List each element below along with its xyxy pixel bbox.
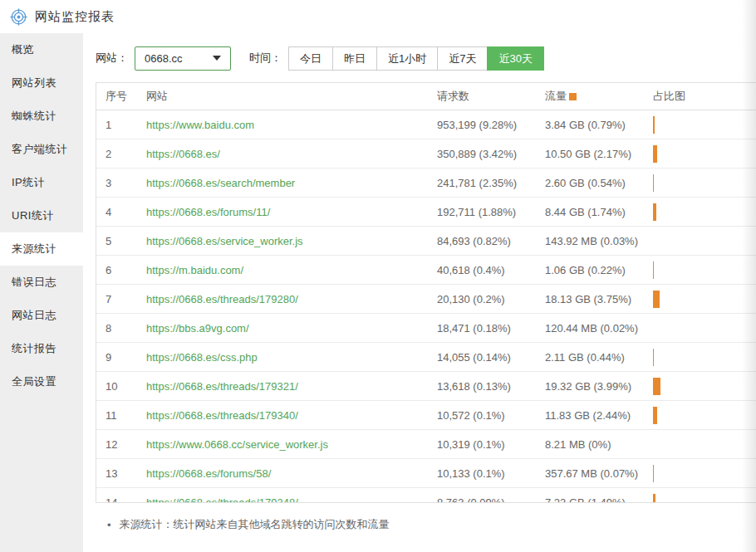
- table-row: 9 https://0668.es/css.php 14,055 (0.14%)…: [96, 343, 756, 372]
- referrer-url-link[interactable]: https://0668.es/forums/11/: [146, 206, 270, 218]
- requests-value: 350,889 (3.42%): [437, 148, 545, 160]
- table-row: 7 https://0668.es/threads/179280/ 20,130…: [96, 285, 756, 314]
- sidebar-item-0[interactable]: 概览: [0, 33, 83, 66]
- ratio-chart-cell: [653, 349, 756, 366]
- ratio-chart-cell: [653, 494, 756, 504]
- table-row: 10 https://0668.es/threads/179321/ 13,61…: [96, 372, 756, 401]
- sidebar-item-4[interactable]: IP统计: [0, 166, 83, 199]
- sidebar-item-10[interactable]: 全局设置: [0, 365, 83, 398]
- ratio-chart-cell: [653, 261, 756, 279]
- referrer-url-link[interactable]: https://0668.es/forums/58/: [146, 467, 271, 480]
- sidebar-item-2[interactable]: 蜘蛛统计: [0, 100, 83, 133]
- row-index: 13: [96, 467, 146, 480]
- sort-indicator-icon: [569, 93, 577, 100]
- referrer-url-link[interactable]: https://0668.es/css.php: [146, 351, 258, 364]
- referrer-url-link[interactable]: https://0668.es/search/member: [146, 177, 295, 189]
- referrer-url-link[interactable]: https://bbs.a9vg.com/: [146, 322, 249, 335]
- column-header-site: 网站: [146, 89, 437, 104]
- column-header-index: 序号: [96, 89, 146, 104]
- column-header-requests[interactable]: 请求数: [437, 89, 545, 104]
- table-row: 8 https://bbs.a9vg.com/ 18,471 (0.18%) 1…: [96, 314, 756, 343]
- sidebar-item-1[interactable]: 网站列表: [0, 66, 83, 100]
- traffic-value: 1.06 GB (0.22%): [545, 264, 653, 276]
- referrer-url-link[interactable]: https://www.baidu.com: [146, 119, 254, 131]
- table-row: 11 https://0668.es/threads/179340/ 10,57…: [96, 401, 756, 430]
- traffic-value: 3.84 GB (0.79%): [545, 119, 653, 131]
- page: 网站监控报表 概览 网站列表 蜘蛛统计 客户端统计 IP统计 URI统计 来源统…: [0, 0, 756, 552]
- referrer-url-link[interactable]: https://0668.es/service_worker.js: [146, 235, 303, 247]
- sidebar-item-5[interactable]: URI统计: [0, 199, 83, 232]
- filter-bar: 网站： 0668.cc 时间： 今日 昨日 近1小时 近7天: [96, 46, 756, 71]
- traffic-value: 8.44 GB (1.74%): [545, 206, 653, 218]
- requests-value: 13,618 (0.13%): [437, 380, 545, 393]
- traffic-value: 8.21 MB (0%): [545, 438, 653, 451]
- traffic-value: 2.11 GB (0.44%): [545, 351, 653, 364]
- ratio-chart-cell: [653, 203, 756, 221]
- referrer-url-link[interactable]: https://0668.es/threads/179340/: [146, 409, 298, 422]
- row-index: 10: [96, 380, 146, 393]
- ratio-chart-cell: [653, 232, 756, 250]
- sidebar-item-6[interactable]: 来源统计: [0, 232, 83, 266]
- time-range-button-4[interactable]: 近30天: [487, 46, 543, 71]
- page-title: 网站监控报表: [35, 9, 115, 25]
- traffic-value: 357.67 MB (0.07%): [545, 467, 653, 480]
- requests-value: 18,471 (0.18%): [437, 322, 545, 335]
- requests-value: 10,133 (0.1%): [437, 467, 545, 480]
- bullet-icon: •: [107, 519, 111, 531]
- time-range-button-3[interactable]: 近7天: [437, 46, 488, 71]
- table-row: 12 https://www.0668.cc/service_worker.js…: [96, 430, 756, 459]
- referrer-url-link[interactable]: https://m.baidu.com/: [146, 264, 243, 276]
- row-index: 1: [96, 119, 146, 131]
- traffic-ratio-bar: [653, 145, 657, 163]
- footer-note: • 来源统计：统计网站来自其他域名跳转的访问次数和流量: [96, 517, 756, 532]
- traffic-value: 18.13 GB (3.75%): [545, 293, 653, 305]
- traffic-ratio-bar: [653, 378, 660, 395]
- traffic-ratio-bar: [653, 174, 654, 192]
- table-row: 13 https://0668.es/forums/58/ 10,133 (0.…: [96, 459, 756, 488]
- ratio-chart-cell: [653, 145, 756, 163]
- sidebar-item-3[interactable]: 客户端统计: [0, 133, 83, 166]
- referrer-url-link[interactable]: https://0668.es/threads/179280/: [146, 293, 298, 305]
- time-range-group: 今日 昨日 近1小时 近7天 近30天: [288, 46, 544, 71]
- table-row: 5 https://0668.es/service_worker.js 84,6…: [96, 227, 756, 256]
- row-index: 5: [96, 235, 146, 247]
- table-body: 1 https://www.baidu.com 953,199 (9.28%) …: [96, 110, 756, 503]
- traffic-ratio-bar: [653, 203, 656, 221]
- traffic-value: 143.92 MB (0.03%): [545, 235, 653, 247]
- sidebar-item-7[interactable]: 错误日志: [0, 266, 83, 299]
- time-range-button-2[interactable]: 近1小时: [376, 46, 438, 71]
- requests-value: 84,693 (0.82%): [437, 235, 545, 247]
- traffic-value: 11.83 GB (2.44%): [545, 409, 653, 422]
- traffic-ratio-bar: [653, 407, 657, 424]
- row-index: 11: [96, 409, 146, 422]
- referrer-url-link[interactable]: https://www.0668.cc/service_worker.js: [146, 438, 328, 451]
- requests-value: 953,199 (9.28%): [437, 119, 545, 131]
- requests-value: 192,711 (1.88%): [437, 206, 545, 218]
- ratio-chart-cell: [653, 465, 756, 482]
- table-row: 14 https://0668.es/threads/179348/ 8,763…: [96, 488, 756, 503]
- site-select-dropdown[interactable]: 0668.cc: [135, 46, 231, 71]
- table-row: 6 https://m.baidu.com/ 40,618 (0.4%) 1.0…: [96, 256, 756, 285]
- traffic-value: 19.32 GB (3.99%): [545, 380, 653, 393]
- requests-value: 20,130 (0.2%): [437, 293, 545, 305]
- site-select-value: 0668.cc: [145, 52, 183, 65]
- column-header-traffic[interactable]: 流量: [545, 89, 653, 104]
- traffic-ratio-bar: [653, 291, 660, 308]
- table-row: 4 https://0668.es/forums/11/ 192,711 (1.…: [96, 198, 756, 227]
- requests-value: 10,319 (0.1%): [437, 438, 545, 451]
- column-header-traffic-label: 流量: [545, 90, 567, 102]
- ratio-chart-cell: [653, 116, 756, 134]
- time-range-button-0[interactable]: 今日: [288, 46, 333, 71]
- sidebar-item-8[interactable]: 网站日志: [0, 299, 83, 332]
- row-index: 8: [96, 322, 146, 335]
- referrer-url-link[interactable]: https://0668.es/threads/179321/: [146, 380, 298, 393]
- sidebar-item-9[interactable]: 统计报告: [0, 332, 83, 365]
- traffic-ratio-bar: [653, 349, 654, 366]
- referrer-stats-table: 序号 网站 请求数 流量 占比图 1 https://www.baidu.com…: [96, 82, 756, 503]
- referrer-url-link[interactable]: https://0668.es/: [146, 148, 220, 160]
- chevron-down-icon: [213, 56, 221, 61]
- time-range-button-1[interactable]: 昨日: [332, 46, 377, 71]
- table-row: 2 https://0668.es/ 350,889 (3.42%) 10.50…: [96, 139, 756, 169]
- referrer-url-link[interactable]: https://0668.es/threads/179348/: [146, 496, 298, 504]
- row-index: 12: [96, 438, 146, 451]
